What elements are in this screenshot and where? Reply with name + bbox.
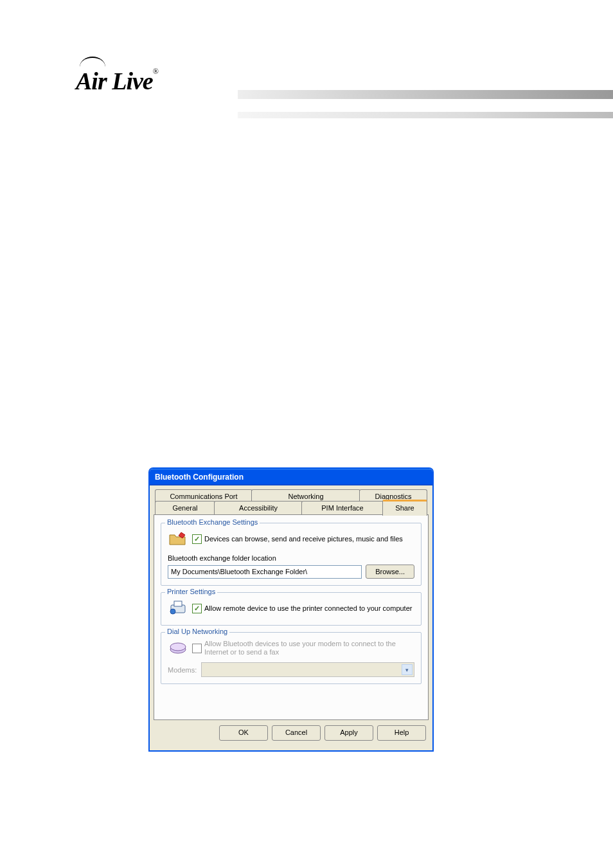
cancel-button[interactable]: Cancel: [272, 725, 321, 741]
dialup-legend: Dial Up Networking: [165, 628, 229, 635]
brand-logo: Air Live®: [76, 57, 159, 95]
printer-icon: [168, 598, 188, 619]
browse-button[interactable]: Browse...: [366, 565, 414, 579]
tab-share[interactable]: Share: [382, 500, 427, 516]
dialup-checkbox[interactable]: ✓: [192, 644, 202, 653]
modems-label: Modems:: [168, 666, 201, 674]
tab-pim-interface[interactable]: PIM Interface: [301, 501, 384, 514]
apply-button[interactable]: Apply: [324, 725, 373, 741]
exchange-checkbox-label: Devices can browse, send and receive pic…: [204, 535, 403, 543]
dialog-title: Bluetooth Configuration: [155, 473, 244, 482]
svg-point-2: [170, 609, 175, 614]
ok-button[interactable]: OK: [219, 725, 268, 741]
dialup-checkbox-label: Allow Bluetooth devices to use your mode…: [204, 640, 414, 656]
printer-checkbox[interactable]: ✓: [192, 604, 202, 613]
exchange-folder-path[interactable]: My Documents\Bluetooth Exchange Folder\: [168, 565, 362, 579]
folder-icon: [168, 529, 188, 549]
tab-panel-share: Bluetooth Exchange Settings ✓ Devices ca…: [154, 514, 429, 720]
tab-strip: Communications Port Networking Diagnosti…: [154, 489, 429, 515]
folder-location-label: Bluetooth exchange folder location: [168, 554, 414, 562]
header-swoosh: [238, 90, 613, 135]
tab-general[interactable]: General: [155, 501, 215, 514]
chevron-down-icon: ▾: [402, 664, 413, 675]
exchange-checkbox[interactable]: ✓: [192, 534, 202, 544]
printer-legend: Printer Settings: [165, 588, 217, 595]
dialog-titlebar: Bluetooth Configuration: [150, 469, 432, 485]
bluetooth-exchange-fieldset: Bluetooth Exchange Settings ✓ Devices ca…: [161, 523, 422, 586]
bluetooth-config-dialog: Bluetooth Configuration Communications P…: [149, 468, 433, 751]
dialog-button-row: OK Cancel Apply Help: [154, 725, 429, 741]
help-button[interactable]: Help: [377, 725, 426, 741]
printer-settings-fieldset: Printer Settings ✓ Allow remote device t…: [161, 592, 422, 626]
modem-icon: [168, 638, 188, 658]
tab-accessibility[interactable]: Accessibility: [214, 501, 303, 514]
svg-point-4: [170, 643, 186, 651]
printer-checkbox-label: Allow remote device to use the printer c…: [204, 604, 412, 612]
svg-rect-1: [174, 601, 182, 606]
dialup-networking-fieldset: Dial Up Networking ✓ Allow Bluetooth dev…: [161, 632, 422, 684]
modems-select: ▾: [201, 662, 414, 677]
exchange-legend: Bluetooth Exchange Settings: [165, 518, 260, 526]
wifi-arc-icon: [80, 57, 105, 67]
